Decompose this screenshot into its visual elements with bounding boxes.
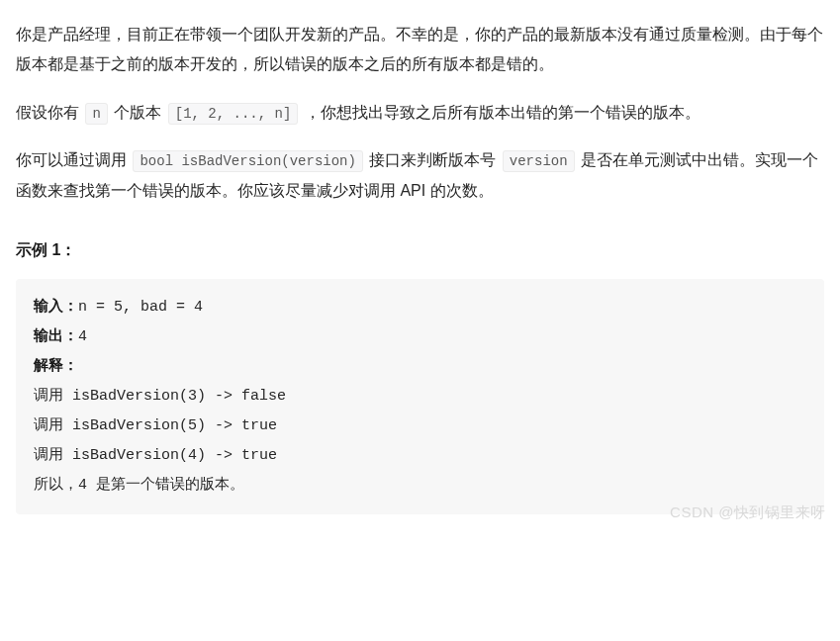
- explain-line-3: 调用 isBadVersion(4) -> true: [34, 447, 277, 464]
- para2-between: 个版本: [110, 104, 166, 121]
- paragraph-3: 你可以通过调用 bool isBadVersion(version) 接口来判断…: [16, 145, 824, 206]
- para2-prefix: 假设你有: [16, 104, 83, 121]
- code-n: n: [85, 103, 107, 125]
- input-label: 输入：: [34, 299, 78, 316]
- explain-line-2: 调用 isBadVersion(5) -> true: [34, 417, 277, 434]
- code-array: [1, 2, ..., n]: [168, 103, 299, 125]
- explain-label: 解释：: [34, 358, 78, 375]
- paragraph-1: 你是产品经理，目前正在带领一个团队开发新的产品。不幸的是，你的产品的最新版本没有…: [16, 20, 824, 80]
- code-func: bool isBadVersion(version): [133, 150, 362, 172]
- example-codeblock: 输入：n = 5, bad = 4 输出：4 解释： 调用 isBadVersi…: [16, 279, 824, 514]
- explain-line-1: 调用 isBadVersion(3) -> false: [34, 388, 286, 405]
- watermark: CSDN @快到锅里来呀: [670, 499, 826, 527]
- example-heading: 示例 1：: [16, 235, 824, 265]
- input-value: n = 5, bad = 4: [78, 299, 203, 316]
- code-version: version: [503, 150, 575, 172]
- para1-text: 你是产品经理，目前正在带领一个团队开发新的产品。不幸的是，你的产品的最新版本没有…: [16, 26, 823, 72]
- explain-line-4: 所以，4 是第一个错误的版本。: [34, 477, 244, 494]
- paragraph-2: 假设你有 n 个版本 [1, 2, ..., n] ，你想找出导致之后所有版本出…: [16, 98, 824, 128]
- output-value: 4: [78, 328, 87, 345]
- para3-prefix: 你可以通过调用: [16, 151, 131, 168]
- para2-suffix: ，你想找出导致之后所有版本出错的第一个错误的版本。: [300, 104, 700, 121]
- para3-mid1: 接口来判断版本号: [365, 151, 501, 168]
- output-label: 输出：: [34, 328, 78, 345]
